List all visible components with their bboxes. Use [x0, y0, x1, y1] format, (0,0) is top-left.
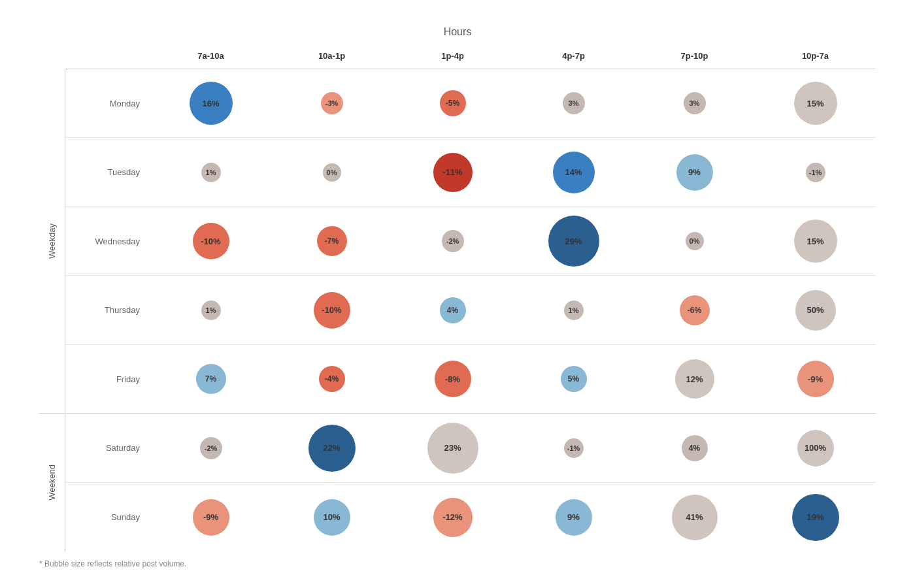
cell-thursday-1p-4p: 4%	[392, 276, 513, 344]
cell-thursday-7a-10a: 1%	[150, 276, 271, 344]
cell-monday-7p-10p: 3%	[634, 69, 755, 137]
cell-monday-7a-10a: 16%	[150, 69, 271, 137]
weekend-label: Weekend	[47, 465, 57, 500]
cell-wednesday-7a-10a: -10%	[150, 207, 271, 275]
bubble: -2%	[442, 230, 464, 252]
cell-saturday-7p-10p: 4%	[634, 414, 755, 482]
bubble: 5%	[561, 366, 587, 392]
row-label-sunday: Sunday	[65, 483, 150, 551]
cell-tuesday-10p-7a: -1%	[755, 138, 876, 206]
weekday-label: Weekday	[47, 223, 57, 259]
cell-sunday-1p-4p: -12%	[392, 483, 513, 551]
cell-friday-7a-10a: 7%	[150, 345, 271, 413]
footnote: * Bubble size reflects relative post vol…	[39, 551, 876, 568]
bubble: 0%	[323, 163, 341, 182]
bubble: -2%	[200, 437, 222, 459]
cell-saturday-10p-7a: 100%	[755, 414, 876, 482]
bubble: 22%	[308, 425, 356, 472]
bubble: -1%	[564, 438, 584, 458]
cell-tuesday-10a-1p: 0%	[271, 138, 392, 206]
cell-thursday-10a-1p: -10%	[271, 276, 392, 344]
bubble: 9%	[556, 499, 592, 536]
bubble: 19%	[792, 494, 839, 541]
table-row: Thursday1%-10%4%1%-6%50%	[65, 276, 876, 344]
bubble: 100%	[797, 430, 834, 466]
bubble: -9%	[193, 499, 229, 536]
cell-wednesday-1p-4p: -2%	[392, 207, 513, 275]
grid-rows: Monday16%-3%-5%3%3%15%Tuesday1%0%-11%14%…	[65, 69, 876, 551]
bubble: 0%	[686, 232, 704, 250]
cell-wednesday-10p-7a: 15%	[755, 207, 876, 275]
col-header-10p-7a: 10p-7a	[755, 43, 876, 69]
row-label-wednesday: Wednesday	[65, 207, 150, 275]
bubble: -4%	[319, 366, 345, 392]
col-header-10a-1p: 10a-1p	[271, 43, 392, 69]
bubble: -6%	[680, 295, 710, 325]
bubble: 16%	[190, 82, 233, 125]
bubble: -3%	[321, 92, 343, 114]
row-label-saturday: Saturday	[65, 414, 150, 482]
cell-wednesday-4p-7p: 29%	[513, 207, 634, 275]
bubble: 10%	[314, 499, 350, 536]
bubble: 1%	[564, 301, 584, 320]
table-row: Monday16%-3%-5%3%3%15%	[65, 69, 876, 138]
col-headers: 7a-10a10a-1p1p-4p4p-7p7p-10p10p-7a	[65, 43, 876, 69]
bubble: 7%	[196, 364, 226, 394]
row-label-thursday: Thursday	[65, 276, 150, 344]
table-row: Saturday-2%22%23%-1%4%100%	[65, 414, 876, 483]
row-label-monday: Monday	[65, 69, 150, 137]
cell-friday-4p-7p: 5%	[513, 345, 634, 413]
cell-saturday-10a-1p: 22%	[271, 414, 392, 482]
bubble: -11%	[433, 153, 473, 192]
cell-friday-7p-10p: 12%	[634, 345, 755, 413]
cell-sunday-7a-10a: -9%	[150, 483, 271, 551]
bubble: 23%	[427, 423, 478, 474]
cell-monday-10p-7a: 15%	[755, 69, 876, 137]
cell-monday-4p-7p: 3%	[513, 69, 634, 137]
cell-sunday-10a-1p: 10%	[271, 483, 392, 551]
row-label-friday: Friday	[65, 345, 150, 413]
bubble: 29%	[548, 216, 599, 267]
cell-monday-1p-4p: -5%	[392, 69, 513, 137]
col-header-4p-7p: 4p-7p	[513, 43, 634, 69]
bubble: 9%	[676, 154, 713, 191]
bubble: -7%	[317, 226, 347, 256]
bubble: 50%	[795, 290, 836, 331]
cell-wednesday-10a-1p: -7%	[271, 207, 392, 275]
col-header-7p-10p: 7p-10p	[634, 43, 755, 69]
cell-sunday-10p-7a: 19%	[755, 483, 876, 551]
col-header-7a-10a: 7a-10a	[150, 43, 271, 69]
cell-saturday-7a-10a: -2%	[150, 414, 271, 482]
y-label-weekday: Weekday	[39, 69, 65, 414]
bubble: -9%	[797, 361, 834, 397]
bubble: -10%	[193, 223, 229, 259]
table-row: Sunday-9%10%-12%9%41%19%	[65, 483, 876, 551]
col-header-1p-4p: 1p-4p	[392, 43, 513, 69]
cell-thursday-7p-10p: -6%	[634, 276, 755, 344]
col-header-empty	[65, 43, 150, 69]
bubble: 12%	[675, 359, 714, 399]
cell-tuesday-7p-10p: 9%	[634, 138, 755, 206]
bubble: 1%	[201, 301, 221, 320]
weekday-section: Monday16%-3%-5%3%3%15%Tuesday1%0%-11%14%…	[65, 69, 876, 414]
cell-friday-10a-1p: -4%	[271, 345, 392, 413]
bubble: 4%	[440, 297, 466, 323]
cell-sunday-4p-7p: 9%	[513, 483, 634, 551]
main-grid: 7a-10a10a-1p1p-4p4p-7p7p-10p10p-7a Monda…	[65, 43, 876, 551]
cell-saturday-1p-4p: 23%	[392, 414, 513, 482]
y-label-weekend: Weekend	[39, 414, 65, 551]
cell-thursday-4p-7p: 1%	[513, 276, 634, 344]
bubble: 1%	[201, 163, 221, 182]
table-row: Friday7%-4%-8%5%12%-9%	[65, 345, 876, 413]
bubble: 41%	[672, 495, 718, 540]
bubble: 4%	[682, 435, 708, 461]
cell-tuesday-7a-10a: 1%	[150, 138, 271, 206]
cell-thursday-10p-7a: 50%	[755, 276, 876, 344]
bubble: 14%	[553, 152, 595, 193]
bubble: 15%	[794, 82, 837, 125]
y-axis-wrapper: Weekday Weekend	[39, 43, 65, 551]
chart-title: Hours	[39, 26, 876, 38]
table-row: Tuesday1%0%-11%14%9%-1%	[65, 138, 876, 206]
bubble: 15%	[794, 220, 837, 263]
cell-tuesday-1p-4p: -11%	[392, 138, 513, 206]
